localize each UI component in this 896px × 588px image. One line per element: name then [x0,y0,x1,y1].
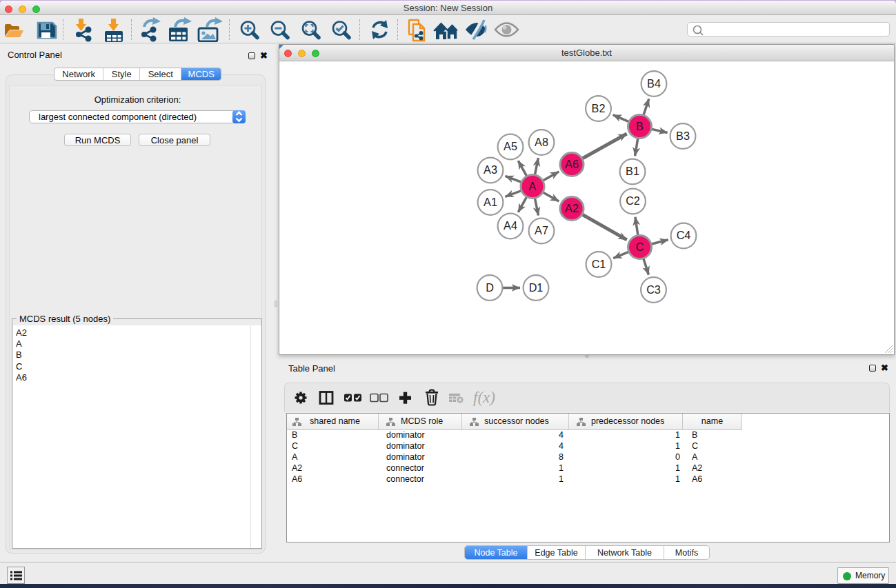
svg-text:B4: B4 [647,77,661,90]
svg-text:A: A [529,180,537,192]
svg-text:B3: B3 [676,130,690,142]
svg-text:A4: A4 [504,219,517,232]
svg-text:B2: B2 [592,102,606,114]
svg-text:C2: C2 [626,194,640,207]
svg-text:A1: A1 [484,196,497,208]
svg-text:D: D [486,281,494,294]
svg-text:C: C [636,241,644,253]
svg-text:B1: B1 [626,165,639,177]
svg-text:A8: A8 [535,136,548,148]
svg-text:B: B [636,120,644,132]
svg-text:A2: A2 [565,202,579,214]
svg-text:A6: A6 [565,158,579,170]
svg-text:A5: A5 [504,140,517,152]
svg-text:C1: C1 [592,258,606,270]
svg-text:f(x): f(x) [473,389,495,406]
svg-text:A7: A7 [535,224,548,236]
svg-text:C3: C3 [646,283,661,296]
svg-text:A3: A3 [484,163,497,176]
svg-text:D1: D1 [529,281,544,294]
svg-text:C4: C4 [677,229,691,241]
